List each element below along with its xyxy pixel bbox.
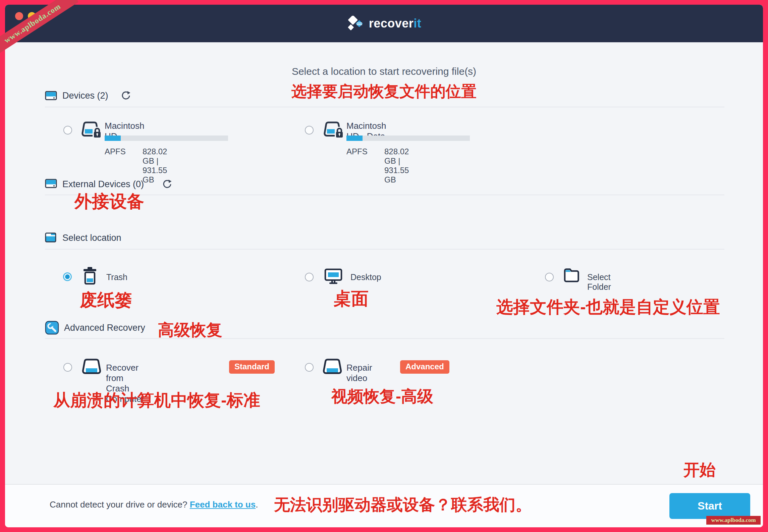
device-1-usage-bar (105, 136, 228, 141)
desktop-annotation: 桌面 (334, 287, 369, 311)
footer-help-text: Cannot detect your drive or device? Feed… (50, 499, 258, 510)
advanced-badge: Advanced (400, 360, 449, 374)
devices-divider (45, 107, 724, 107)
recoverit-logo-icon (347, 16, 364, 31)
desktop-icon (324, 268, 342, 284)
repair-video-radio[interactable] (305, 363, 314, 372)
devices-section-icon (45, 91, 57, 101)
external-devices-refresh-icon[interactable] (162, 179, 172, 189)
device-1-radio[interactable] (63, 126, 72, 135)
title-annotation: 选择要启动恢复文件的位置 (5, 81, 763, 102)
repair-video-label: Repair video (346, 363, 372, 383)
footer-period: . (256, 499, 258, 510)
title-bar: recoverit (5, 5, 763, 42)
footer-annotation: 无法识别驱动器或设备？联系我们。 (274, 494, 532, 516)
advanced-recovery-divider (45, 338, 724, 339)
select-location-section-icon (45, 232, 56, 243)
folder-icon (562, 268, 579, 283)
locked-drive-icon (80, 121, 101, 140)
external-devices-section-icon (45, 178, 57, 189)
device-1-filesystem: APFS (105, 147, 126, 156)
device-1-usage-fill (105, 136, 121, 141)
start-button[interactable]: Start (669, 493, 750, 519)
repair-video-annotation: 视频恢复-高级 (331, 386, 433, 407)
watermark-corner: www.aplboda.com (706, 516, 761, 525)
app-logo-text: recoverit (369, 16, 422, 31)
trash-label: Trash (106, 272, 127, 282)
select-location-section-label: Select location (62, 233, 121, 243)
trash-annotation: 废纸篓 (80, 288, 132, 312)
standard-badge: Standard (229, 360, 275, 374)
crash-computer-radio[interactable] (63, 363, 72, 372)
select-folder-radio[interactable] (545, 273, 554, 281)
external-devices-section-label: External Devices (0) (62, 179, 144, 190)
footer-bar: Cannot detect your drive or device? Feed… (5, 484, 763, 527)
watermark-corner-text: www.aplboda.com (711, 517, 756, 524)
feedback-link[interactable]: Feed back to us (190, 499, 256, 510)
devices-section-label: Devices (2) (62, 91, 108, 101)
repair-video-drive-icon (322, 358, 343, 376)
crash-computer-annotation: 从崩溃的计算机中恢复-标准 (53, 389, 260, 412)
device-2-radio[interactable] (305, 126, 314, 135)
start-annotation: 开始 (683, 459, 716, 481)
app-logo: recoverit (347, 16, 422, 31)
device-2-filesystem: APFS (346, 147, 368, 156)
page-title: Select a location to start recovering fi… (5, 66, 763, 77)
advanced-recovery-section-label: Advanced Recovery (64, 323, 145, 333)
trash-radio[interactable] (63, 272, 72, 281)
close-window-button[interactable] (15, 12, 23, 20)
devices-refresh-icon[interactable] (121, 91, 131, 101)
advanced-recovery-annotation: 高级恢复 (158, 319, 222, 341)
select-folder-annotation: 选择文件夹-也就是自定义位置 (496, 296, 720, 318)
footer-question: Cannot detect your drive or device? (50, 499, 190, 510)
device-2-usage-bar (346, 136, 470, 141)
trash-icon (82, 266, 98, 285)
crash-computer-drive-icon (81, 358, 102, 376)
device-2-usage-fill (346, 136, 363, 141)
locked-drive-icon (323, 121, 343, 140)
advanced-recovery-section-icon (45, 321, 59, 335)
select-folder-label: Select Folder (587, 272, 611, 292)
desktop-label: Desktop (350, 272, 381, 282)
device-2-capacity: 828.02 GB | 931.55 GB (384, 147, 409, 184)
external-devices-annotation: 外接设备 (74, 190, 144, 213)
app-window: recoverit Select a location to start rec… (5, 5, 763, 527)
external-devices-divider (45, 195, 724, 195)
select-location-divider (45, 249, 724, 250)
desktop-radio[interactable] (305, 273, 314, 281)
